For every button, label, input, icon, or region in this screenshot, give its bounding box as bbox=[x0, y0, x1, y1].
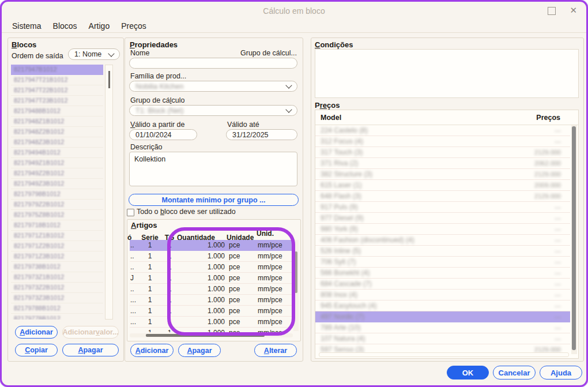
min-amount-per-group-button[interactable]: Montante mínimo por grupo ... bbox=[129, 194, 299, 206]
table-row[interactable]: ..1 11.000 pcemm/pce bbox=[130, 240, 293, 251]
list-item[interactable]: 82179798B1012 bbox=[11, 189, 103, 200]
list-item[interactable]: 8217949Z3B1012 bbox=[11, 179, 103, 189]
table-row[interactable]: 224 Castelo (8) --- bbox=[315, 125, 570, 136]
list-item[interactable]: 8217973Z2B1012 bbox=[11, 283, 103, 293]
close-icon[interactable]: ✕ bbox=[570, 5, 577, 16]
table-row[interactable]: ..1 11.000 pcemm/pce bbox=[130, 284, 293, 295]
valid-to-label: Válido até bbox=[227, 121, 259, 129]
list-item[interactable]: 8217947T23B1012 bbox=[11, 96, 103, 106]
menu-blocos[interactable]: Blocos bbox=[53, 21, 77, 31]
prices-table: Model Preços 224 Castelo (8) --- 312 Foc… bbox=[315, 110, 579, 359]
list-item[interactable]: 8217971Z2B1012 bbox=[11, 241, 103, 251]
list-item[interactable]: 8217949Z2B1012 bbox=[11, 168, 103, 179]
blocks-add-button[interactable]: Adicionar bbox=[15, 326, 58, 339]
name-field[interactable] bbox=[129, 58, 297, 69]
list-item[interactable]: 82179778B1012 bbox=[11, 314, 103, 320]
table-row[interactable]: 648 Flash (3) 2129.000 bbox=[315, 191, 570, 202]
prices-hscrollbar[interactable] bbox=[319, 352, 569, 357]
table-row[interactable]: 684 Cascade (7) --- bbox=[315, 279, 570, 290]
table-row[interactable]: 566 Bonekht (4) --- bbox=[315, 268, 570, 279]
blocks-list[interactable]: 8217947B10128217947T21B10128217947T22B10… bbox=[11, 65, 103, 320]
table-row[interactable]: 808 Inox (4) --- bbox=[315, 290, 570, 300]
chevron-down-icon bbox=[285, 106, 292, 112]
list-item[interactable]: 8217947T22B1012 bbox=[11, 85, 103, 96]
list-item[interactable]: 8217947T21B1012 bbox=[11, 75, 103, 85]
prices-vscrollbar-thumb[interactable] bbox=[572, 126, 576, 350]
list-item[interactable]: 8217948Z2B1012 bbox=[11, 127, 103, 137]
calc-group-select[interactable]: T1: Block (Net) bbox=[129, 105, 297, 116]
articles-title: Artigos bbox=[131, 221, 157, 230]
maximize-icon[interactable] bbox=[548, 7, 556, 15]
articles-vscrollbar[interactable] bbox=[293, 240, 299, 331]
table-row[interactable]: ..1 11.000 pcemm/pce bbox=[130, 262, 293, 273]
help-button[interactable]: Ajuda bbox=[540, 366, 582, 380]
valid-to-field[interactable]: 31/12/2025 bbox=[226, 129, 297, 140]
table-row[interactable]: 977 Diesel (9) --- bbox=[315, 213, 570, 224]
use-whole-block-checkbox[interactable] bbox=[127, 209, 134, 216]
list-item[interactable]: 8217949Z1B1012 bbox=[11, 158, 103, 168]
list-item[interactable]: 82179738B1012 bbox=[11, 262, 103, 272]
prices-rows[interactable]: 224 Castelo (8) --- 312 Focus (4) --- 31… bbox=[315, 125, 570, 354]
table-row[interactable]: J1 11.000 pcemm/pce bbox=[130, 273, 293, 284]
table-row[interactable]: ...1 11.000 pcemm/pce bbox=[130, 306, 293, 317]
valid-from-field[interactable]: 01/10/2024 bbox=[129, 129, 197, 140]
list-item[interactable]: 8217973Z3B1012 bbox=[11, 293, 103, 303]
title-bar: Cálculo em bloco ✕ bbox=[2, 2, 586, 19]
list-item[interactable]: 82179788B1012 bbox=[11, 303, 103, 314]
table-row[interactable]: 371 Riva (2) 2062.000 bbox=[315, 158, 570, 169]
articles-change-button[interactable]: Alterar bbox=[254, 344, 297, 357]
output-order-select[interactable]: 1: Nome bbox=[68, 48, 120, 60]
list-item[interactable]: 8217971Z3B1012 bbox=[11, 251, 103, 262]
list-item[interactable]: 8217971Z1B1012 bbox=[11, 231, 103, 241]
conditions-box[interactable] bbox=[315, 49, 579, 98]
list-item[interactable]: 82179494B1012 bbox=[11, 148, 103, 158]
table-row[interactable]: 945 Easytouch (4) --- bbox=[315, 300, 570, 311]
articles-vscrollbar-thumb[interactable] bbox=[295, 251, 297, 293]
articles-box: Artigos ó Serie TG Quantidade Unidade Un… bbox=[127, 219, 301, 341]
menu-sistema[interactable]: Sistema bbox=[12, 21, 42, 31]
menu-precos[interactable]: Preços bbox=[121, 21, 146, 31]
articles-hscrollbar[interactable] bbox=[130, 333, 293, 337]
table-row[interactable]: 497 Nordic (7) --- bbox=[315, 311, 570, 322]
articles-hscrollbar-thumb[interactable] bbox=[146, 334, 265, 337]
table-row[interactable]: 615 Laser (1) 2009.000 bbox=[315, 180, 570, 191]
ok-button[interactable]: OK bbox=[447, 366, 489, 380]
menu-artigo[interactable]: Artigo bbox=[89, 21, 110, 31]
table-row[interactable]: ..1 11.000 pcemm/pce bbox=[130, 328, 293, 332]
use-whole-block-label: Todo o bloco deve ser utilizado bbox=[137, 208, 236, 216]
list-item[interactable]: 8217975Z8B1012 bbox=[11, 210, 103, 220]
description-textarea[interactable]: Kollektion bbox=[129, 152, 297, 186]
table-row[interactable]: ...1 11.000 pcemm/pce bbox=[130, 317, 293, 328]
list-item[interactable]: 8217947B1012 bbox=[11, 65, 103, 75]
table-row[interactable]: 526 Inline (5) --- bbox=[315, 246, 570, 257]
table-row[interactable]: 317 Touch (3) 2129.000 bbox=[315, 147, 570, 158]
articles-table[interactable]: ..1 11.000 pcemm/pce ..1 11.000 pcemm/pc… bbox=[130, 240, 293, 332]
table-row[interactable]: 312 Focus (4) --- bbox=[315, 136, 570, 147]
table-row[interactable]: 917 Puls (9) --- bbox=[315, 202, 570, 213]
table-row[interactable]: 789 Arte (10) --- bbox=[315, 322, 570, 333]
list-item[interactable]: 82179488B1012 bbox=[11, 106, 103, 117]
table-row[interactable]: ...1 11.000 pcemm/pce bbox=[130, 295, 293, 306]
prices-vscrollbar[interactable] bbox=[571, 125, 577, 354]
articles-add-button[interactable]: Adicionar bbox=[130, 344, 174, 357]
blocks-delete-button[interactable]: Apagar bbox=[62, 344, 119, 356]
table-row[interactable]: 980 York (9) --- bbox=[315, 224, 570, 235]
product-family-label: Família de prod... bbox=[130, 72, 186, 80]
cancel-button[interactable]: Cancelar bbox=[493, 366, 536, 380]
table-row[interactable]: ..1 11.000 pcemm/pce bbox=[130, 251, 293, 262]
blocks-scrollbar-thumb[interactable] bbox=[108, 71, 110, 88]
table-row[interactable]: 382 Structure (3) 2129.000 bbox=[315, 169, 570, 180]
list-item[interactable]: 8217948Z3B1012 bbox=[11, 137, 103, 148]
list-item[interactable]: 8217979Z2B1012 bbox=[11, 200, 103, 210]
list-item[interactable]: 82179718B1012 bbox=[11, 220, 103, 231]
blocks-add-value-button: Adicionar valor... bbox=[62, 326, 119, 339]
list-item[interactable]: 8217973Z1B1012 bbox=[11, 272, 103, 283]
articles-delete-button[interactable]: Apagar bbox=[178, 344, 221, 357]
table-row[interactable]: 406 Fashion (discontinued) (4) --- bbox=[315, 235, 570, 246]
product-family-select[interactable]: Nobilia Kitchen bbox=[129, 81, 297, 92]
table-row[interactable]: 107 Natura (4) --- bbox=[315, 333, 570, 344]
list-item[interactable]: 8217948Z1B1012 bbox=[11, 117, 103, 127]
blocks-copy-button[interactable]: Copiar bbox=[15, 344, 58, 356]
blocks-scrollbar[interactable] bbox=[105, 65, 113, 320]
table-row[interactable]: 706 Sylt (7) --- bbox=[315, 257, 570, 268]
